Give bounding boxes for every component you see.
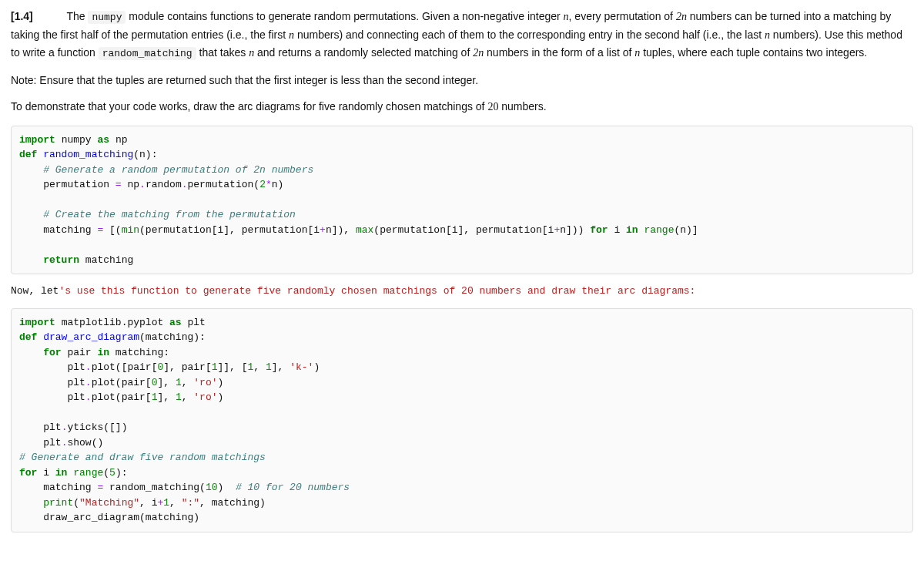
text: , every permutation of bbox=[569, 10, 676, 22]
math-n: n bbox=[564, 11, 569, 22]
text: numbers in the form of a list of bbox=[484, 46, 634, 59]
inline-code-numpy: numpy bbox=[88, 11, 126, 24]
text: numbers) and connecting each of them to … bbox=[294, 29, 765, 41]
code-cell-2[interactable]: import matplotlib.pyplot as plt def draw… bbox=[11, 308, 913, 532]
text: module contains functions to generate ra… bbox=[126, 10, 563, 22]
question-note: Note: Ensure that the tuples are returne… bbox=[11, 72, 913, 89]
inline-code-random-matching: random_matching bbox=[99, 47, 196, 60]
text: The bbox=[66, 10, 88, 22]
math-n: n bbox=[765, 29, 770, 41]
question-label: [1.4] bbox=[11, 10, 33, 22]
math-2n: 2n bbox=[676, 11, 687, 22]
math-2n: 2n bbox=[473, 47, 484, 59]
intermediate-output: Now, let's use this function to generate… bbox=[11, 282, 913, 301]
question-demo: To demonstrate that your code works, dra… bbox=[11, 98, 913, 116]
text: that takes bbox=[196, 46, 249, 59]
text: numbers. bbox=[498, 100, 546, 113]
text: tuples, where each tuple contains two in… bbox=[640, 46, 867, 59]
code-cell-1[interactable]: import numpy as np def random_matching(n… bbox=[11, 126, 913, 275]
question-paragraph-1: [1.4] The numpy module contains function… bbox=[11, 8, 913, 62]
math-20: 20 bbox=[487, 101, 498, 113]
math-n: n bbox=[289, 29, 294, 41]
text: To demonstrate that your code works, dra… bbox=[11, 100, 487, 113]
text: and returns a randomly selected matching… bbox=[254, 46, 473, 59]
